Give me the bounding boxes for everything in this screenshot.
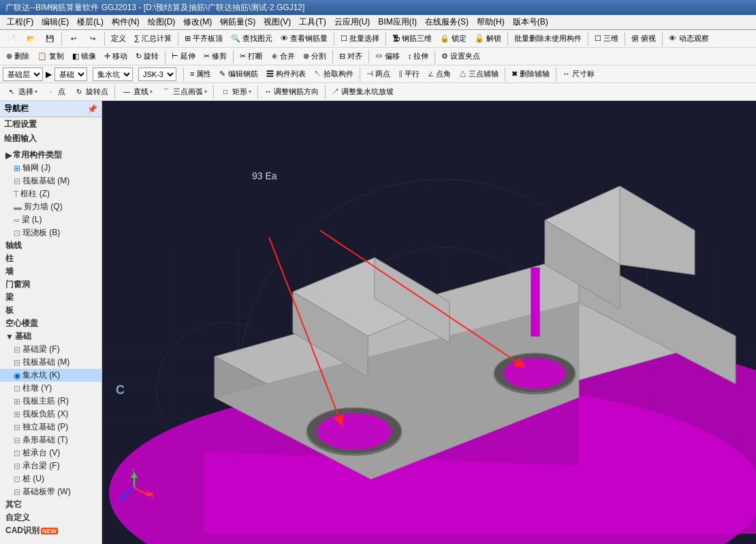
three-point-button[interactable]: △ 三点辅轴	[456, 67, 502, 81]
batch-delete-button[interactable]: 批量删除未使用构件	[511, 31, 585, 46]
element-type-select[interactable]: 基础	[54, 67, 87, 81]
menu-component[interactable]: 构件(N)	[108, 15, 144, 29]
menu-help[interactable]: 帮助(H)	[473, 15, 509, 29]
nav-item-cast-plate[interactable]: ⊡ 现浇板 (B)	[0, 226, 101, 239]
nav-category-common[interactable]: ▶ 常用构件类型	[0, 149, 101, 162]
lock-button[interactable]: 🔒 锁定	[437, 31, 470, 46]
nav-item-beam[interactable]: ═ 梁 (L)	[0, 213, 101, 226]
new-button[interactable]: 📄	[3, 31, 20, 46]
batch-select-button[interactable]: ☐ 批量选择	[337, 31, 383, 46]
delete-aux-button[interactable]: ✖ 删除辅轴	[508, 67, 553, 81]
rect-tool-button[interactable]: □ 矩形 ▾	[217, 85, 255, 100]
menu-draw[interactable]: 绘图(D)	[144, 15, 180, 29]
menu-rebar[interactable]: 钢筋量(S)	[216, 15, 259, 29]
nav-item-found-strip[interactable]: ⊟ 基础板带 (W)	[0, 485, 101, 498]
trim-button[interactable]: ✂ 修剪	[200, 49, 230, 63]
nav-item-col-base[interactable]: ⊡ 柱墩 (Y)	[0, 382, 101, 395]
nav-item-raft-found[interactable]: ⊟ 筏板基础 (M)	[0, 356, 101, 369]
menu-tools[interactable]: 工具(T)	[295, 15, 330, 29]
nav-item-raft-main-rebar[interactable]: ⊞ 筏板主筋 (R)	[0, 395, 101, 408]
nav-item-strip-found[interactable]: ⊟ 条形基础 (T)	[0, 434, 101, 447]
dynamic-view-button[interactable]: 👁 动态观察	[665, 31, 712, 46]
rotate-point-button[interactable]: ↻ 旋转点	[70, 85, 112, 100]
nav-category-cad[interactable]: CAD识别 NEW	[0, 524, 101, 537]
rotate-button[interactable]: ↻ 旋转	[132, 49, 162, 63]
copy-button[interactable]: 📋 复制	[34, 49, 67, 63]
save-button[interactable]: 💾	[41, 31, 59, 46]
align-button[interactable]: ⊟ 对齐	[336, 49, 366, 63]
define-button[interactable]: 定义	[108, 31, 129, 46]
3d-view-button[interactable]: ☐ 三维	[591, 31, 622, 46]
nav-item-found-beam[interactable]: ⊟ 基础梁 (F)	[0, 343, 101, 356]
dimension-button[interactable]: ↔ 尺寸标	[559, 67, 598, 81]
nav-item-frame-col[interactable]: T 框柱 (Z)	[0, 187, 101, 200]
nav-category-door-window[interactable]: 门窗洞	[0, 278, 101, 291]
menu-edit[interactable]: 编辑(E)	[37, 15, 73, 29]
nav-category-custom[interactable]: 自定义	[0, 511, 101, 524]
nav-category-wall[interactable]: 墙	[0, 265, 101, 278]
pick-component-button[interactable]: ↖ 拾取构件	[311, 67, 357, 81]
nav-item-sump-pit[interactable]: ◉ 集水坑 (K)	[0, 369, 101, 382]
nav-item-pile[interactable]: ⊡ 桩 (U)	[0, 472, 101, 485]
floor-select[interactable]: 基础层	[3, 67, 43, 81]
menu-version[interactable]: 版本号(B)	[509, 15, 552, 29]
canvas-area[interactable]: 93 Ea C X Y Z	[102, 101, 756, 544]
unlock-button[interactable]: 🔓 解锁	[471, 31, 505, 46]
align-top-button[interactable]: ⊞ 平齐板顶	[181, 31, 226, 46]
undo-button[interactable]: ↩	[65, 31, 82, 46]
nav-item-isolated-found[interactable]: ⊟ 独立基础 (P)	[0, 421, 101, 434]
adjust-rebar-dir-button[interactable]: ↔ 调整钢筋方向	[261, 85, 322, 99]
menu-modify[interactable]: 修改(M)	[179, 15, 216, 29]
extend-button[interactable]: ⊢ 延伸	[168, 49, 199, 63]
nav-category-axis[interactable]: 轴线	[0, 239, 101, 252]
nav-item-pile-cap[interactable]: ⊡ 桩承台 (V)	[0, 447, 101, 459]
point-angle-button[interactable]: ∠ 点角	[424, 67, 454, 81]
nav-item-raft-base[interactable]: ⊟ 筏板基础 (M)	[0, 175, 101, 187]
select-tool-button[interactable]: ↖ 选择 ▾	[3, 85, 41, 100]
parallel-button[interactable]: ∥ 平行	[395, 67, 423, 81]
nav-item-shear-wall[interactable]: ▬ 剪力墙 (Q)	[0, 200, 101, 213]
mirror-button[interactable]: ◧ 镜像	[69, 49, 99, 63]
nav-section-project-settings[interactable]: 工程设置	[0, 117, 101, 132]
nav-item-axis-grid[interactable]: ⊞ 轴网 (J)	[0, 162, 101, 175]
nav-category-hollow[interactable]: 空心楼盖	[0, 317, 101, 330]
menu-view[interactable]: 视图(V)	[259, 15, 295, 29]
nav-section-draw-input[interactable]: 绘图输入	[0, 132, 101, 146]
stretch-button[interactable]: ↕ 拉伸	[405, 49, 432, 63]
merge-button[interactable]: ⊕ 合并	[268, 49, 298, 63]
find-button[interactable]: 🔍 查找图元	[227, 31, 276, 46]
arc-tool-button[interactable]: ⌒ 三点画弧 ▾	[157, 85, 210, 100]
menu-bim[interactable]: BIM应用(I)	[374, 15, 421, 29]
menu-project[interactable]: 工程(F)	[3, 15, 37, 29]
nav-item-cap-beam[interactable]: ⊟ 承台梁 (F)	[0, 459, 101, 472]
nav-category-beam[interactable]: 梁	[0, 291, 101, 304]
two-point-button[interactable]: ⊣ 两点	[363, 67, 394, 81]
component-type-select[interactable]: 集水坑	[93, 67, 133, 81]
menu-online[interactable]: 在线服务(S)	[421, 15, 473, 29]
adjust-slope-button[interactable]: ↗ 调整集水坑放坡	[328, 85, 397, 99]
properties-button[interactable]: ≡ 属性	[187, 67, 215, 81]
menu-floor[interactable]: 楼层(L)	[73, 15, 108, 29]
nav-category-foundation[interactable]: ▼ 基础	[0, 330, 101, 343]
redo-button[interactable]: ↪	[84, 31, 101, 46]
split-button[interactable]: ⊗ 分割	[300, 49, 330, 63]
point-tool-button[interactable]: · 点	[42, 85, 69, 100]
delete-button[interactable]: ⊗ 删除	[3, 49, 33, 63]
break-button[interactable]: ✂ 打断	[236, 49, 266, 63]
move-button[interactable]: ✛ 移动	[101, 49, 131, 63]
menu-cloud[interactable]: 云应用(U)	[330, 15, 375, 29]
nav-item-raft-neg-rebar[interactable]: ⊞ 筏板负筋 (X)	[0, 408, 101, 421]
sidebar-pin-icon[interactable]: 📌	[87, 104, 97, 114]
nav-category-col[interactable]: 柱	[0, 252, 101, 265]
set-grip-button[interactable]: ⚙ 设置夹点	[438, 49, 484, 63]
top-view-button[interactable]: 俯 俯视	[628, 31, 659, 46]
calc-button[interactable]: ∑ 汇总计算	[131, 31, 175, 46]
line-tool-button[interactable]: — 直线 ▾	[118, 85, 156, 100]
offset-button[interactable]: ⇔ 偏移	[372, 49, 403, 63]
component-id-select[interactable]: JSK-3	[138, 67, 176, 81]
component-list-button[interactable]: ☰ 构件列表	[263, 67, 309, 81]
nav-category-plate[interactable]: 板	[0, 304, 101, 317]
open-button[interactable]: 📂	[22, 31, 40, 46]
rebar-3d-button[interactable]: 🗜 钢筋三维	[389, 31, 435, 46]
view-rebar-button[interactable]: 👁 查看钢筋量	[277, 31, 331, 46]
